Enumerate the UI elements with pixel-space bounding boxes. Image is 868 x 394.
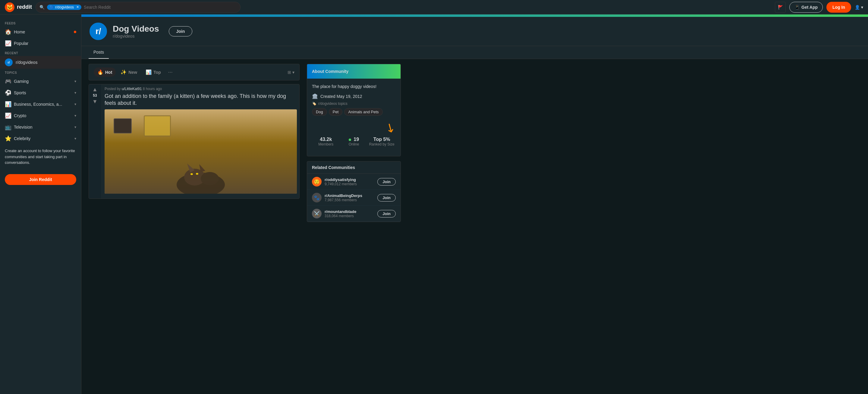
sort-top-button[interactable]: 📊 Top [142,67,164,77]
tag-dog[interactable]: Dog [312,108,327,116]
search-tag-pill[interactable]: 🔵 r/dogvideos ✕ [47,4,82,10]
television-icon: 📺 [5,124,11,130]
site-title: reddit [17,4,32,10]
popular-icon: 📈 [5,40,11,47]
oddlysatisfying-members: 9,749,012 members [324,182,374,186]
sidebar-item-dogvideos[interactable]: r/ r/dogvideos [0,56,81,69]
post-author[interactable]: u/LittleKat91 [122,87,142,91]
log-in-button[interactable]: Log In [827,2,851,13]
posted-by-label: Posted by [104,87,121,91]
sidebar-item-gaming[interactable]: 🎮 Gaming ▾ [0,76,81,87]
celebrity-icon: ⭐ [5,135,11,142]
downvote-button[interactable]: ▼ [92,99,98,104]
related-header: Related Communities [307,161,401,174]
new-sort-icon: ✨ [121,69,127,75]
subreddit-tabs: Posts [82,46,868,59]
tag-icon: 🏷️ [312,101,316,106]
sidebar-sports-label: Sports [14,90,71,95]
sidebar-gaming-label: Gaming [14,79,71,84]
vote-count: 53 [93,93,97,98]
cat-dog-image [161,145,240,194]
join-subreddit-button[interactable]: Join [169,26,193,36]
business-icon: 📊 [5,101,11,107]
sidebar-item-sports[interactable]: ⚽ Sports ▾ [0,87,81,98]
flag-button[interactable]: 🚩 [775,2,786,13]
join-reddit-button[interactable]: Join Reddit [5,174,76,185]
sidebar-item-popular[interactable]: 📈 Popular [0,38,81,49]
tag-animals-pets[interactable]: Animals and Pets [344,108,382,116]
topics-section-label: 🏷️ r/dogvideos topics [312,101,396,106]
join-mountandblade-button[interactable]: Join [377,210,396,218]
post-meta: Posted by u/LittleKat91 8 hours ago [104,87,297,91]
rank-value: Top 5% [368,137,396,142]
post-card: ▲ 53 ▼ Posted by u/LittleKat91 8 hours a… [89,84,300,199]
main-area: r/ Dog Videos r/dogvideos Join Posts 🔥 [82,14,868,227]
svg-point-2 [201,172,219,185]
search-input[interactable] [84,5,237,10]
reddit-logo-icon: 🐱 [5,2,14,12]
crypto-chevron-icon: ▾ [74,113,76,118]
online-label: Online [340,142,368,146]
recent-label: RECENT [0,49,81,56]
post-time: 8 hours ago [143,87,162,91]
view-toggle[interactable]: ⊞ ▾ [287,70,294,75]
business-chevron-icon: ▾ [74,102,76,106]
sidebar-celebrity-label: Celebrity [14,136,71,141]
home-icon: 🏠 [5,29,11,35]
post-image [104,109,297,194]
top-navbar: 🐱 reddit 🔍 🔵 r/dogvideos ✕ 🚩 📱 Get App L… [0,0,868,14]
user-icon: 👤 [855,5,860,10]
sort-bar: 🔥 Hot ✨ New 📊 Top ··· ⊞ [89,64,300,80]
topic-tags: Dog Pet Animals and Pets [312,108,396,116]
stat-rank: Top 5% Ranked by Size [368,137,396,146]
join-oddlysatisfying-button[interactable]: Join [377,178,396,186]
main-layout: FEEDS 🏠 Home 📈 Popular RECENT r/ r/dogvi… [0,14,868,227]
related-community-oddlysatisfying: 😌 r/oddlysatisfying 9,749,012 members Jo… [307,174,401,190]
vote-column: ▲ 53 ▼ [89,84,101,198]
chevron-down-icon: ▾ [861,5,863,10]
sort-more-button[interactable]: ··· [166,67,175,77]
sort-new-button[interactable]: ✨ New [117,67,141,77]
oddlysatisfying-name: r/oddlysatisfying [324,177,374,182]
search-tag-label: r/dogvideos [55,5,74,9]
sidebar-item-business[interactable]: 📊 Business, Economics, a... ▾ [0,98,81,110]
about-card-body: The place for happy doggy videos! 🏛️ Cre… [307,78,401,156]
television-chevron-icon: ▾ [74,125,76,129]
about-header-label: About Community [312,69,348,74]
flag-icon: 🚩 [778,5,783,10]
hot-icon: 🔥 [97,69,103,75]
subreddit-title: Dog Videos [113,24,159,34]
members-label: Members [312,142,340,146]
post-body: Posted by u/LittleKat91 8 hours ago Got … [101,84,299,198]
view-icon: ⊞ [287,70,291,75]
more-icon: ··· [168,69,173,75]
upvote-button[interactable]: ▲ [92,87,98,92]
subreddit-avatar: r/ [89,22,108,41]
join-animalsbeingderps-button[interactable]: Join [377,194,396,201]
wall-decor-1 [114,119,132,133]
sidebar-item-crypto[interactable]: 📈 Crypto ▾ [0,110,81,121]
tag-pet[interactable]: Pet [329,108,343,116]
create-account-text: Create an account to follow your favorit… [0,144,81,169]
sidebar-popular-label: Popular [14,41,76,46]
subreddit-header: r/ Dog Videos r/dogvideos Join [82,17,868,46]
sidebar-item-television[interactable]: 📺 Television ▾ [0,121,81,133]
mountandblade-name: r/mountandblade [324,209,374,214]
sidebar-item-home[interactable]: 🏠 Home [0,26,81,38]
close-tag-icon[interactable]: ✕ [76,5,79,9]
sidebar-item-celebrity[interactable]: ⭐ Celebrity ▾ [0,133,81,144]
sort-hot-button[interactable]: 🔥 Hot [94,67,116,77]
post-title[interactable]: Got an addition to the family (a kitten)… [104,93,297,107]
animalsbeingderps-info: r/AnimalBeingDerps 7,987,556 members [324,193,374,202]
topics-label: TOPICS [0,69,81,76]
home-notification-dot [74,31,76,33]
tab-posts[interactable]: Posts [89,46,109,59]
get-app-button[interactable]: 📱 Get App [789,2,823,13]
user-menu[interactable]: 👤 ▾ [855,5,863,10]
calendar-icon: 🏛️ [312,93,318,99]
search-bar: 🔍 🔵 r/dogvideos ✕ [36,2,241,13]
about-created-row: 🏛️ Created May 19, 2012 [312,93,396,99]
related-community-animalsbeingderps: 🐾 r/AnimalBeingDerps 7,987,556 members J… [307,190,401,206]
related-communities-card: Related Communities 😌 r/oddlysatisfying … [307,161,401,222]
reddit-logo-link[interactable]: 🐱 reddit [5,2,32,12]
